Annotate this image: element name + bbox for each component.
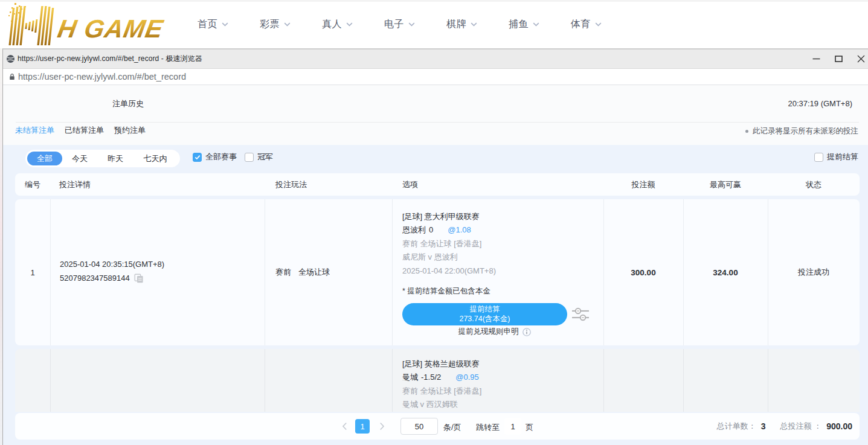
nav-item-live[interactable]: 真人	[322, 18, 384, 31]
next-page-button[interactable]	[378, 419, 386, 434]
lock-icon	[9, 73, 15, 80]
logo-mark	[8, 6, 54, 45]
total-stake-value: 900.00	[826, 421, 852, 431]
chevron-down-icon	[533, 22, 539, 27]
cell-stake: 300.00	[603, 199, 683, 345]
col-header-stake: 投注额	[591, 173, 695, 196]
address-bar[interactable]: https://user-pc-new.jylywl.com/#/bet_rec…	[3, 68, 868, 85]
column-separator	[50, 199, 51, 345]
window-title-bar: https://user-pc-new.jylywl.com/#/bet_rec…	[3, 50, 868, 68]
cell-bet-details: 2025-01-04 20:35:15(GMT+8) 5207982347589…	[60, 258, 164, 285]
site-header: H GAME 首页 彩票 真人 电子 棋牌 捕鱼 体育	[0, 0, 868, 48]
pill-yesterday[interactable]: 昨天	[97, 152, 133, 165]
pagination-bar: 1 条/页 跳转至 页 总计单数： 3 总投注额 ： 900.00	[15, 413, 860, 440]
play-type-name: 全场让球	[298, 267, 330, 278]
tab-note-text: 此记录将显示所有未派彩的投注	[753, 126, 858, 136]
page-number-button[interactable]: 1	[355, 419, 370, 434]
option-match: 威尼斯 v 恩波利	[402, 251, 496, 264]
window-controls	[3, 50, 868, 68]
nav-item-home[interactable]: 首页	[198, 18, 260, 31]
jump-to-input[interactable]	[504, 418, 521, 435]
bullet-icon	[745, 130, 748, 133]
cell-play-type: 赛前 全场让球	[275, 199, 330, 345]
total-count-label: 总计单数：	[717, 421, 756, 432]
bet-time: 2025-01-04 20:35:15(GMT+8)	[60, 258, 164, 272]
tab-reserved[interactable]: 预约注单	[114, 125, 146, 136]
cell-max-win: 324.00	[683, 199, 768, 345]
total-stake-label: 总投注额 ：	[780, 421, 822, 432]
chevron-down-icon	[284, 22, 291, 27]
logo-text: H GAME	[56, 14, 166, 43]
cashout-button[interactable]: 提前结算 273.74(含本金)	[402, 303, 567, 325]
chevron-down-icon	[471, 22, 477, 27]
nav-item-lottery[interactable]: 彩票	[260, 18, 322, 31]
nav-item-sports[interactable]: 体育	[571, 18, 633, 31]
bet-record-page: 注单历史 20:37:19 (GMT+8) 未结算注单 已结算注单 预约注单 此…	[3, 85, 868, 445]
option-selection: 恩波利	[402, 225, 426, 234]
checkbox-label: 冠军	[257, 152, 273, 162]
tab-settled[interactable]: 已结算注单	[65, 125, 104, 136]
slider-settings-icon[interactable]	[571, 307, 590, 322]
chevron-down-icon	[346, 22, 353, 27]
option-odds[interactable]: @1.08	[448, 225, 471, 234]
column-separator	[265, 199, 265, 345]
cashout-rules-link[interactable]: 提前兑现规则申明	[412, 327, 577, 337]
nav-label: 彩票	[260, 18, 280, 31]
nav-item-slots[interactable]: 电子	[384, 18, 446, 31]
date-range-pills: 全部 今天 昨天 七天内	[25, 150, 180, 167]
page-title: 注单历史	[112, 98, 144, 109]
option-match-time: 2025-01-04 22:00(GMT+8)	[402, 264, 496, 278]
checkbox-checked-icon	[193, 153, 202, 162]
option-league: [足球] 意大利甲级联赛	[402, 210, 496, 223]
nav-item-fishing[interactable]: 捕鱼	[509, 18, 571, 31]
nav-label: 真人	[322, 18, 342, 31]
nav-label: 电子	[384, 18, 404, 31]
checkbox-all-events[interactable]: 全部赛事	[193, 152, 237, 162]
nav-label: 首页	[198, 18, 217, 31]
cashout-note: * 提前结算金额已包含本金	[402, 286, 490, 296]
close-button[interactable]	[852, 50, 868, 68]
minimize-button[interactable]	[807, 50, 825, 68]
cell-status: 投注成功	[768, 199, 860, 345]
option-handicap: 0	[429, 225, 433, 234]
checkbox-unchecked-icon	[245, 153, 254, 162]
chevron-down-icon	[222, 22, 228, 27]
option-handicap: -1.5/2	[421, 373, 441, 382]
jump-to-label: 跳转至	[476, 422, 500, 433]
check-icon	[194, 155, 201, 160]
col-header-details: 投注详情	[59, 173, 91, 196]
table-header: 编号 投注详情 投注玩法 选项 投注额 最高可赢 状态	[15, 173, 860, 196]
maximize-button[interactable]	[829, 50, 847, 68]
pill-today[interactable]: 今天	[62, 152, 97, 165]
page-size-input[interactable]	[400, 418, 438, 435]
checkbox-unchecked-icon	[814, 153, 823, 162]
pill-last-7-days[interactable]: 七天内	[133, 152, 177, 165]
bet-id: 5207982347589144	[60, 272, 130, 286]
jump-unit-label: 页	[526, 422, 533, 433]
checkbox-champion[interactable]: 冠军	[245, 152, 273, 162]
previous-page-button[interactable]	[340, 419, 349, 434]
footer-totals: 总计单数： 3 总投注额 ： 900.00	[717, 413, 852, 440]
nav-item-cards[interactable]: 棋牌	[446, 18, 509, 31]
checkbox-early-settle[interactable]: 提前结算	[814, 152, 858, 162]
tab-note: 此记录将显示所有未派彩的投注	[745, 126, 858, 136]
option-market: 赛前 全场让球 [香港盘]	[402, 385, 481, 398]
option-market: 赛前 全场让球 [香港盘]	[402, 237, 496, 251]
pill-all[interactable]: 全部	[27, 152, 62, 165]
checkbox-label: 提前结算	[827, 152, 858, 162]
chevron-right-icon	[379, 422, 385, 431]
address-url: https://user-pc-new.jylywl.com/#/bet_rec…	[18, 72, 186, 82]
site-logo[interactable]: H GAME	[5, 2, 174, 48]
page-time: 20:37:19 (GMT+8)	[788, 99, 852, 108]
col-header-play-type: 投注玩法	[275, 173, 307, 196]
play-phase: 赛前	[275, 267, 291, 278]
tab-unsettled[interactable]: 未结算注单	[15, 125, 54, 136]
col-header-no: 编号	[25, 173, 40, 196]
copy-icon[interactable]	[134, 274, 144, 283]
col-header-option: 选项	[402, 173, 418, 196]
tabs: 未结算注单 已结算注单 预约注单	[15, 125, 146, 136]
option-odds[interactable]: @0.95	[455, 373, 479, 382]
cashout-rules-text: 提前兑现规则申明	[458, 327, 519, 337]
browser-window: https://user-pc-new.jylywl.com/#/bet_rec…	[2, 48, 868, 445]
main-nav: 首页 彩票 真人 电子 棋牌 捕鱼 体育	[198, 0, 633, 48]
